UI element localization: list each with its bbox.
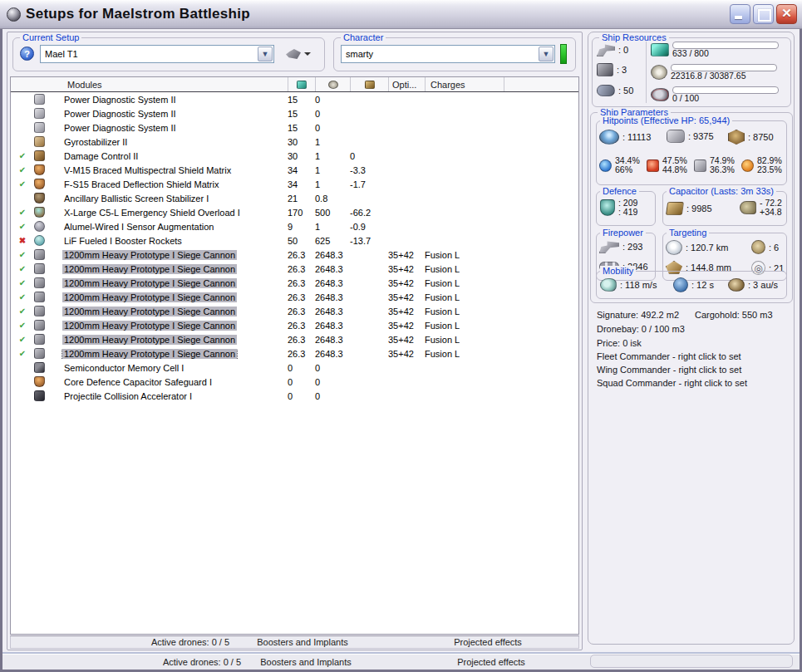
module-row[interactable]: Semiconductor Memory Cell I00 <box>11 361 578 375</box>
hitpoints-group: Hitpoints (Effective HP: 65,944) : 11113… <box>596 120 787 185</box>
module-row[interactable]: ✔X-Large C5-L Emergency Shield Overload … <box>11 205 578 219</box>
module-charge: Fusion L <box>425 292 504 302</box>
optimal-column-header[interactable]: Opti... <box>388 77 425 91</box>
module-row[interactable]: ✔F-S15 Braced Deflection Shield Matrix34… <box>11 177 578 191</box>
help-icon[interactable]: ? <box>20 47 34 61</box>
module-row[interactable]: ✔1200mm Heavy Prototype I Siege Cannon26… <box>11 318 578 332</box>
module-cpu: 15 <box>288 95 315 105</box>
cannon-module-icon <box>34 249 45 260</box>
module-cpu: 26.3 <box>288 292 315 302</box>
module-cpu: 26.3 <box>288 278 315 288</box>
module-cpu: 30 <box>288 137 315 147</box>
module-powergrid: 2648.3 <box>315 307 350 316</box>
character-skills-status-bar <box>560 44 567 64</box>
module-cpu: 50 <box>288 236 315 246</box>
fitted-check-icon: ✔ <box>11 177 34 191</box>
close-button[interactable] <box>776 4 797 24</box>
module-row[interactable]: Core Defence Capacitor Safeguard I00 <box>11 375 578 389</box>
module-row[interactable]: ✔Damage Control II3010 <box>11 149 578 163</box>
kinetic-resist-icon <box>694 159 706 172</box>
setup-dropdown-arrow-icon[interactable]: ▼ <box>258 47 273 61</box>
module-row[interactable]: Ancillary Ballistic Screen Stabilizer I2… <box>11 191 578 205</box>
module-cpu: 170 <box>288 208 315 218</box>
calibration-value: : 50 <box>618 86 633 96</box>
cpu-usage-value: 633 / 800 <box>672 49 779 58</box>
module-name: Projectile Collision Accelerator I <box>61 391 288 401</box>
module-name: Ancillary Ballistic Screen Stabilizer I <box>61 194 288 204</box>
ship-menu-button[interactable] <box>284 45 312 63</box>
module-row[interactable]: ✔1200mm Heavy Prototype I Siege Cannon26… <box>11 276 578 290</box>
thermal-resist-icon <box>647 159 659 172</box>
module-row[interactable]: ✖LiF Fueled I Booster Rockets50625-13.7 <box>11 233 578 248</box>
capacitor-group: Capacitor (Lasts: 3m 33s) : 9985 - 72.2+… <box>662 191 787 226</box>
drone-bandwidth-icon <box>651 88 669 101</box>
cpu-column-header[interactable] <box>288 77 315 91</box>
fitted-check-icon: ✔ <box>11 346 34 361</box>
module-name: 1200mm Heavy Prototype I Siege Cannon <box>61 321 288 331</box>
module-powergrid: 2648.3 <box>315 292 350 302</box>
price-value: Price: 0 isk <box>597 338 642 348</box>
tab-boosters-implants[interactable]: Boosters and Implants <box>257 637 347 647</box>
warp-speed-icon <box>728 278 745 292</box>
setup-combobox[interactable]: Mael T1 ▼ <box>40 45 274 63</box>
tab-active-drones-outer[interactable]: Active drones: 0 / 5 <box>163 657 241 667</box>
current-setup-group: Current Setup ? Mael T1 ▼ <box>12 37 325 71</box>
dc-module-icon <box>34 150 45 161</box>
module-row[interactable]: ✔1200mm Heavy Prototype I Siege Cannon26… <box>11 304 578 318</box>
squad-commander-slot[interactable]: Squad Commander - right click to set <box>597 378 747 388</box>
module-cpu: 26.3 <box>288 250 315 260</box>
maximize-button[interactable] <box>753 4 774 24</box>
module-powergrid: 0 <box>315 109 350 119</box>
module-name: 1200mm Heavy Prototype I Siege Cannon <box>61 278 288 288</box>
turret-hardpoints-icon <box>597 43 615 56</box>
character-dropdown-arrow-icon[interactable]: ▼ <box>539 47 554 61</box>
fitted-check-icon: ✔ <box>11 290 34 304</box>
cannon-module-icon <box>34 306 45 316</box>
module-row[interactable]: ✔1200mm Heavy Prototype I Siege Cannon26… <box>11 332 578 346</box>
shield-module-icon <box>34 179 45 189</box>
tab-active-drones[interactable]: Active drones: 0 / 5 <box>151 637 229 647</box>
fitted-check-icon: ✔ <box>11 248 34 262</box>
booster-module-icon <box>34 235 45 246</box>
module-cpu: 15 <box>288 109 315 119</box>
warp-speed-value: : 3 au/s <box>748 280 778 290</box>
wing-commander-slot[interactable]: Wing Commander - right click to set <box>597 365 741 375</box>
cpu-column-icon <box>297 81 307 89</box>
ship-resources-group: Ship Resources : 0 : 3 : 50 633 / 800 22… <box>592 37 791 107</box>
character-combobox[interactable]: smarty ▼ <box>341 45 555 63</box>
modules-header-row: Modules Opti... Charges <box>11 77 578 92</box>
cannon-module-icon <box>34 320 45 331</box>
hitpoints-label: Hitpoints (Effective HP: 65,944) <box>600 115 732 125</box>
module-row[interactable]: ✔1200mm Heavy Prototype I Siege Cannon26… <box>11 248 578 262</box>
module-row[interactable]: ✔1200mm Heavy Prototype I Siege Cannon26… <box>11 290 578 304</box>
tab-boosters-implants-outer[interactable]: Boosters and Implants <box>260 657 351 667</box>
powergrid-column-header[interactable] <box>315 77 350 91</box>
capacitor-column-header[interactable] <box>350 77 388 91</box>
module-cap-use: -1.7 <box>350 179 388 189</box>
armor-hp-value: : 9375 <box>688 131 714 141</box>
module-row[interactable]: Power Diagnostic System II150 <box>11 92 578 106</box>
module-row[interactable]: ✔1200mm Heavy Prototype I Siege Cannon26… <box>11 262 578 276</box>
shield-hp-icon <box>599 130 619 145</box>
tab-projected-effects[interactable]: Projected effects <box>454 637 522 647</box>
modules-column-header[interactable]: Modules <box>61 77 288 91</box>
module-row[interactable]: ✔Alumel-Wired I Sensor Augmentation91-0.… <box>11 219 578 233</box>
minimize-button[interactable] <box>730 4 750 24</box>
module-name: 1200mm Heavy Prototype I Siege Cannon <box>61 307 288 316</box>
fleet-commander-slot[interactable]: Fleet Commander - right click to set <box>597 351 741 361</box>
module-row[interactable]: ✔1200mm Heavy Prototype I Siege Cannon26… <box>11 346 578 361</box>
module-powergrid: 1 <box>315 222 350 232</box>
module-row[interactable]: Power Diagnostic System II150 <box>11 120 578 135</box>
module-name: 1200mm Heavy Prototype I Siege Cannon <box>61 349 288 359</box>
module-row[interactable]: Projectile Collision Accelerator I00 <box>11 389 578 403</box>
module-name: X-Large C5-L Emergency Shield Overload I <box>61 208 288 218</box>
charges-column-header[interactable]: Charges <box>425 77 504 91</box>
module-row[interactable]: Power Diagnostic System II150 <box>11 106 578 120</box>
dps-value: : 293 <box>622 242 642 252</box>
module-cap-use: -13.7 <box>350 236 388 246</box>
shield-module-icon <box>34 164 45 175</box>
cannon-module-icon <box>34 334 45 345</box>
module-row[interactable]: ✔V-M15 Braced Multispectral Shield Matri… <box>11 163 578 177</box>
module-row[interactable]: Gyrostabilizer II301 <box>11 135 578 149</box>
tab-projected-effects-outer[interactable]: Projected effects <box>457 657 525 667</box>
